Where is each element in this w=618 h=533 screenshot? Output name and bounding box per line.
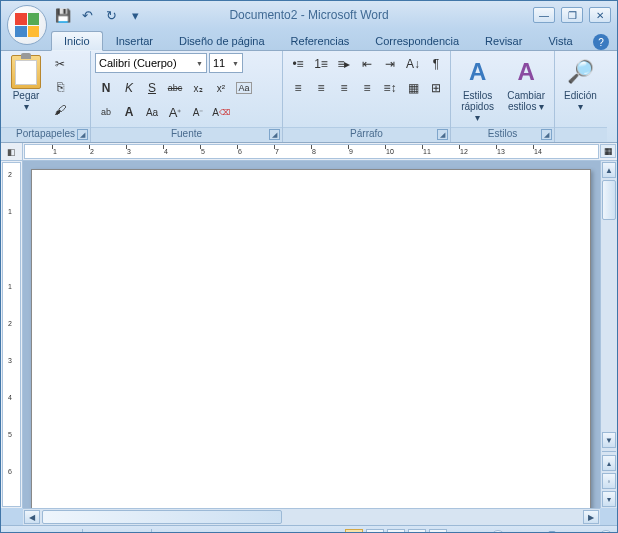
window-title: Documento2 - Microsoft Word [229,8,388,22]
draft-view-button[interactable]: ▭ [429,529,447,534]
highlight-button[interactable]: ab [95,101,117,123]
document-page[interactable] [31,169,591,508]
editing-button[interactable]: 🔎 Edición▾ [559,53,602,115]
help-button[interactable]: ? [593,34,609,50]
group-label-parrafo: Párrafo◢ [283,127,450,142]
qat-customize-button[interactable]: ▾ [125,5,145,25]
scroll-down-button[interactable]: ▼ [602,432,616,448]
page-status[interactable]: Página: 1 de 1 [5,529,83,534]
align-right-button[interactable]: ≡ [333,77,355,99]
group-portapapeles: Pegar▾ ✂ ⎘ 🖌 Portapapeles◢ [1,51,91,142]
group-label-edicion [555,127,607,142]
paste-button[interactable]: Pegar▾ [5,53,47,115]
clear-formatting-button[interactable]: A⌫ [210,101,232,123]
tab-referencias[interactable]: Referencias [278,31,363,50]
tab-selector[interactable]: ◧ [1,143,23,160]
sort-button[interactable]: A↓ [402,53,424,75]
increase-indent-button[interactable]: ⇥ [379,53,401,75]
grow-font-button[interactable]: A [164,101,186,123]
horizontal-scroll-thumb[interactable] [42,510,282,524]
minimize-button[interactable]: — [533,7,555,23]
scroll-right-button[interactable]: ▶ [583,510,599,524]
paste-label: Pegar [13,90,40,101]
bold-button[interactable]: N [95,77,117,99]
close-button[interactable]: ✕ [589,7,611,23]
multilevel-list-button[interactable]: ≡▸ [333,53,355,75]
page-viewport[interactable] [23,161,600,508]
justify-button[interactable]: ≡ [356,77,378,99]
web-layout-view-button[interactable]: ▥ [387,529,405,534]
redo-button[interactable]: ↻ [101,5,121,25]
format-painter-button[interactable]: 🖌 [49,99,71,121]
clipboard-dialog-launcher[interactable]: ◢ [77,129,88,140]
outline-view-button[interactable]: ☰ [408,529,426,534]
clipboard-icon [10,56,42,88]
borders-button[interactable]: ⊞ [425,77,447,99]
strikethrough-button[interactable]: abc [164,77,186,99]
ruler-marks: 1234567891011121314 [53,145,571,158]
status-bar: Página: 1 de 1 Palabras: 0 ✓ ▤ ▣ ▥ ☰ ▭ 1… [1,525,617,533]
tab-revisar[interactable]: Revisar [472,31,535,50]
vertical-scroll-track[interactable] [601,221,617,431]
print-layout-view-button[interactable]: ▤ [345,529,363,534]
scroll-left-button[interactable]: ◀ [24,510,40,524]
subscript-button[interactable]: x₂ [187,77,209,99]
superscript-button[interactable]: x² [210,77,232,99]
tab-insertar[interactable]: Insertar [103,31,166,50]
bullets-button[interactable]: •≡ [287,53,309,75]
tab-diseno-pagina[interactable]: Diseño de página [166,31,278,50]
editing-label: Edición [564,90,597,101]
window-controls: — ❐ ✕ [533,7,611,23]
font-dialog-launcher[interactable]: ◢ [269,129,280,140]
cut-button[interactable]: ✂ [49,53,71,75]
tab-vista[interactable]: Vista [535,31,585,50]
quick-styles-button[interactable]: A Estilos rápidos ▾ [455,53,500,126]
tab-inicio[interactable]: Inicio [51,31,103,51]
italic-button[interactable]: K [118,77,140,99]
show-marks-button[interactable]: ¶ [425,53,447,75]
undo-button[interactable]: ↶ [77,5,97,25]
shading-button[interactable]: ▦ [402,77,424,99]
tab-correspondencia[interactable]: Correspondencia [362,31,472,50]
next-page-button[interactable]: ▾ [602,491,616,507]
title-bar: 💾 ↶ ↻ ▾ Documento2 - Microsoft Word — ❐ … [1,1,617,29]
proofing-status[interactable]: ✓ [158,529,178,534]
binoculars-icon: 🔎 [564,56,596,88]
paragraph-dialog-launcher[interactable]: ◢ [437,129,448,140]
align-center-button[interactable]: ≡ [310,77,332,99]
change-styles-button[interactable]: A Cambiar estilos ▾ [502,53,550,115]
copy-button[interactable]: ⎘ [49,76,71,98]
browse-object-button[interactable]: ◦ [602,473,616,489]
full-screen-view-button[interactable]: ▣ [366,529,384,534]
office-button[interactable] [7,5,47,45]
decrease-indent-button[interactable]: ⇤ [356,53,378,75]
horizontal-ruler[interactable]: 1234567891011121314 [24,144,599,159]
vertical-ruler[interactable]: 2 1 1 2 3 4 5 6 [2,162,21,507]
word-count-status[interactable]: Palabras: 0 [89,529,153,534]
font-size-selector[interactable]: 11▼ [209,53,243,73]
horizontal-scrollbar: ◀ ▶ [23,508,600,525]
vertical-scroll-thumb[interactable] [602,180,616,220]
horizontal-ruler-area: ◧ 1234567891011121314 ▦ [1,143,617,161]
font-name-selector[interactable]: Calibri (Cuerpo)▼ [95,53,207,73]
maximize-button[interactable]: ❐ [561,7,583,23]
previous-page-button[interactable]: ▴ [602,455,616,471]
align-left-button[interactable]: ≡ [287,77,309,99]
numbering-button[interactable]: 1≡ [310,53,332,75]
ruler-toggle-button[interactable]: ▦ [600,144,616,158]
zoom-out-button[interactable]: − [491,530,505,534]
quick-access-toolbar: 💾 ↶ ↻ ▾ [53,5,145,25]
shrink-font-button[interactable]: A [187,101,209,123]
scroll-up-button[interactable]: ▲ [602,162,616,178]
chevron-down-icon: ▼ [196,60,203,67]
save-button[interactable]: 💾 [53,5,73,25]
line-spacing-button[interactable]: ≡↕ [379,77,401,99]
change-case-button[interactable]: Aa [233,77,255,99]
chevron-down-icon: ▾ [578,101,583,112]
styles-dialog-launcher[interactable]: ◢ [541,129,552,140]
font-color-button[interactable]: A [118,101,140,123]
zoom-in-button[interactable]: + [599,530,613,534]
underline-button[interactable]: S [141,77,163,99]
horizontal-scroll-track[interactable] [283,509,582,525]
change-case-alt-button[interactable]: Aa [141,101,163,123]
